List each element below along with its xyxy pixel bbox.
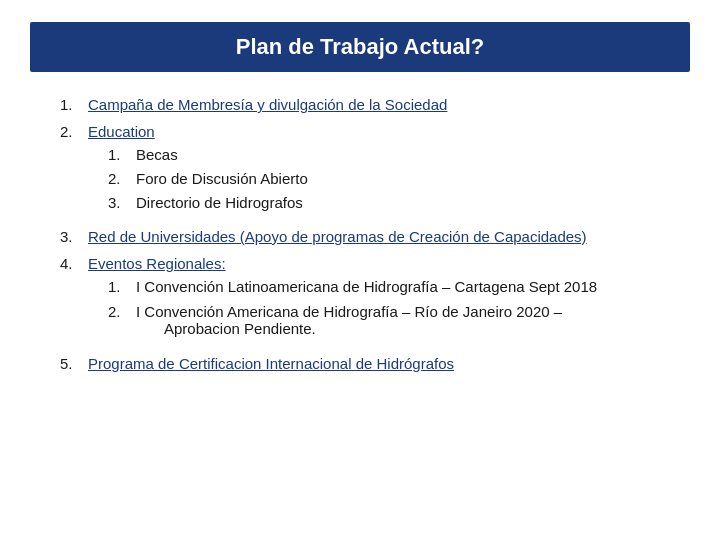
ev-item-4-1: I Convención Latinoamericana de Hidrogra… [136,278,660,295]
sub-item-2-3: Directorio de Hidrografos [136,194,660,211]
main-list: 1. Campaña de Membresía y divulgación de… [60,96,660,372]
list-marker-1: 1. [60,96,88,113]
header-bar: Plan de Trabajo Actual? [30,22,690,72]
list-content-2: Education 1. Becas 2. Foro de Discusión … [88,123,660,218]
sub-marker-2-1: 1. [108,146,136,163]
list-item: 4. Eventos Regionales: 1. I Convención L… [60,255,660,345]
item-5-link[interactable]: Programa de Certificacion Internacional … [88,355,454,372]
list-marker-4: 4. [60,255,88,272]
sub-list-item: 3. Directorio de Hidrografos [108,194,660,211]
list-content-3: Red de Universidades (Apoyo de programas… [88,228,660,245]
list-content-5: Programa de Certificacion Internacional … [88,355,660,372]
list-marker-2: 2. [60,123,88,140]
list-item: 3. Red de Universidades (Apoyo de progra… [60,228,660,245]
list-marker-5: 5. [60,355,88,372]
page-title: Plan de Trabajo Actual? [50,34,670,60]
list-marker-3: 3. [60,228,88,245]
sub-item-2-1: Becas [136,146,660,163]
list-item: 5. Programa de Certificacion Internacion… [60,355,660,372]
eventos-sub-list: 1. I Convención Latinoamericana de Hidro… [88,278,660,337]
list-item: 2. Education 1. Becas 2. Foro de Discusi… [60,123,660,218]
item-3-link[interactable]: Red de Universidades (Apoyo de programas… [88,228,587,245]
ev-marker-4-1: 1. [108,278,136,295]
sub-marker-2-3: 3. [108,194,136,211]
sub-marker-2-2: 2. [108,170,136,187]
ev-item-4-2-line1: I Convención Americana de Hidrografía – … [136,303,562,320]
list-content-4: Eventos Regionales: 1. I Convención Lati… [88,255,660,345]
sub-item-2-2: Foro de Discusión Abierto [136,170,660,187]
ev-marker-4-2: 2. [108,303,136,320]
ev-item-4-2-wrapper: I Convención Americana de Hidrografía – … [136,303,660,337]
sub-list-2: 1. Becas 2. Foro de Discusión Abierto 3.… [88,146,660,211]
ev-item-4-2-line2: Aprobacion Pendiente. [136,320,660,337]
list-content-1: Campaña de Membresía y divulgación de la… [88,96,660,113]
item-4-link[interactable]: Eventos Regionales: [88,255,226,272]
item-1-link[interactable]: Campaña de Membresía y divulgación de la… [88,96,447,113]
eventos-sub-list-item: 1. I Convención Latinoamericana de Hidro… [108,278,660,295]
item-2-link[interactable]: Education [88,123,155,140]
sub-list-item: 1. Becas [108,146,660,163]
content-area: 1. Campaña de Membresía y divulgación de… [0,72,720,540]
page-container: Plan de Trabajo Actual? 1. Campaña de Me… [0,0,720,540]
eventos-sub-list-item: 2. I Convención Americana de Hidrografía… [108,303,660,337]
list-item: 1. Campaña de Membresía y divulgación de… [60,96,660,113]
sub-list-item: 2. Foro de Discusión Abierto [108,170,660,187]
